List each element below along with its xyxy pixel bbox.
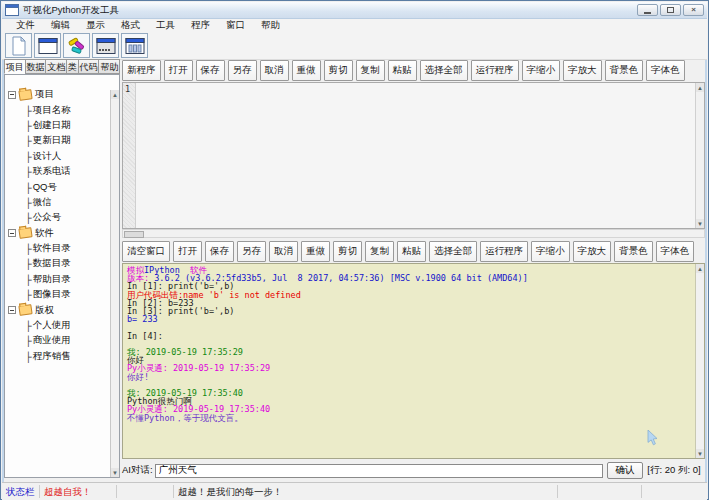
- close-icon: ×: [691, 6, 696, 14]
- line-number: 1: [125, 84, 130, 94]
- font-color-button[interactable]: 字体色: [656, 241, 695, 262]
- tree-item[interactable]: 更新日期: [8, 133, 109, 148]
- project-tree-area[interactable]: 项目项目名称创建日期更新日期设计人联系电话QQ号微信公众号软件软件目录数据目录帮…: [4, 74, 120, 478]
- console-line: In [4]:: [127, 332, 692, 340]
- tree-item[interactable]: 商业使用: [8, 333, 109, 348]
- select-all-button[interactable]: 选择全部: [429, 241, 477, 262]
- tree-item[interactable]: 个人使用: [8, 318, 109, 333]
- tree-item[interactable]: QQ号: [8, 179, 109, 194]
- code-editor[interactable]: 1 ▲ ▼: [122, 82, 705, 229]
- cut-button[interactable]: 剪切: [333, 241, 362, 262]
- run-program-button[interactable]: 运行程序: [480, 241, 528, 262]
- background-color-button[interactable]: 背景色: [614, 241, 653, 262]
- undo-button[interactable]: 取消: [269, 241, 298, 262]
- editor-hscrollbar[interactable]: [122, 229, 705, 238]
- run-program-button[interactable]: 运行程序: [471, 60, 519, 81]
- scroll-up-icon[interactable]: ▲: [696, 83, 704, 92]
- console-text-segment: 我: 2019-05-19 17:35:29: [127, 347, 243, 357]
- scroll-up-icon[interactable]: ▲: [696, 264, 704, 273]
- console-scrollbar[interactable]: ▲ ▼: [695, 264, 704, 458]
- tree-item[interactable]: 项目名称: [8, 102, 109, 117]
- window-tool-button[interactable]: [34, 33, 61, 58]
- select-all-button[interactable]: 选择全部: [420, 60, 468, 81]
- title-bar[interactable]: 可视化Python开发工具 ×: [2, 2, 707, 19]
- open-button[interactable]: 打开: [164, 60, 193, 81]
- markers-tool-button[interactable]: [63, 33, 90, 58]
- menu-help[interactable]: 帮助: [253, 19, 288, 32]
- tree-item[interactable]: 设计人: [8, 149, 109, 164]
- collapse-icon[interactable]: [8, 306, 16, 314]
- open-button[interactable]: 打开: [173, 241, 202, 262]
- tree-item[interactable]: 图像目录: [8, 287, 109, 302]
- console-window-tool-button[interactable]: [92, 33, 119, 58]
- save-button[interactable]: 保存: [196, 60, 225, 81]
- console-toolbar: 清空窗口打开保存另存取消重做剪切复制粘贴选择全部运行程序字缩小字放大背景色字体色: [122, 240, 705, 262]
- menu-view[interactable]: 显示: [78, 19, 113, 32]
- ai-dialog-input[interactable]: [155, 464, 603, 478]
- save-as-button[interactable]: 另存: [228, 60, 257, 81]
- redo-button[interactable]: 重做: [292, 60, 321, 81]
- editor-scrollbar[interactable]: ▲ ▼: [695, 83, 704, 228]
- new-file-tool-button[interactable]: [5, 33, 32, 58]
- collapse-icon[interactable]: [8, 229, 16, 237]
- tree-item[interactable]: 软件目录: [8, 241, 109, 256]
- font-color-button[interactable]: 字体色: [646, 60, 685, 81]
- menu-program[interactable]: 程序: [183, 19, 218, 32]
- tree-item[interactable]: 联系电话: [8, 164, 109, 179]
- tree-node-project[interactable]: 项目: [8, 87, 109, 102]
- tree-item[interactable]: 程序销售: [8, 349, 109, 364]
- scroll-down-icon[interactable]: ▼: [696, 449, 704, 458]
- console-line: 你好!: [127, 373, 692, 381]
- paste-button[interactable]: 粘贴: [388, 60, 417, 81]
- paste-button[interactable]: 粘贴: [397, 241, 426, 262]
- font-smaller-button[interactable]: 字缩小: [522, 60, 561, 81]
- tree-item[interactable]: 数据目录: [8, 256, 109, 271]
- save-as-button[interactable]: 另存: [237, 241, 266, 262]
- new-program-button[interactable]: 新程序: [122, 60, 161, 81]
- ipython-console[interactable]: 模拟IPython 软件版本: 3.6.2 (v3.6.2:5fd33b5, J…: [122, 263, 705, 459]
- tree-node-software[interactable]: 软件: [8, 226, 109, 241]
- tab-class[interactable]: 类: [66, 59, 78, 74]
- menu-tools[interactable]: 工具: [148, 19, 183, 32]
- tab-help[interactable]: 帮助: [98, 59, 120, 74]
- undo-button[interactable]: 取消: [260, 60, 289, 81]
- tab-code[interactable]: 代码: [78, 59, 99, 74]
- cut-button[interactable]: 剪切: [324, 60, 353, 81]
- font-larger-button[interactable]: 字放大: [563, 60, 602, 81]
- console-line: [127, 323, 692, 331]
- tab-data[interactable]: 数据: [25, 59, 46, 74]
- scroll-up-icon[interactable]: ▲: [111, 90, 119, 99]
- window-title: 可视化Python开发工具: [23, 4, 635, 17]
- menu-window[interactable]: 窗口: [218, 19, 253, 32]
- background-color-button[interactable]: 背景色: [605, 60, 644, 81]
- tree-node-copyright[interactable]: 版权: [8, 302, 109, 317]
- table-window-tool-button[interactable]: [121, 33, 148, 58]
- console-line: 我: 2019-05-19 17:35:29: [127, 348, 692, 356]
- tree-item[interactable]: 创建日期: [8, 118, 109, 133]
- menu-file[interactable]: 文件: [8, 19, 43, 32]
- redo-button[interactable]: 重做: [301, 241, 330, 262]
- menu-edit[interactable]: 编辑: [43, 19, 78, 32]
- scroll-down-icon[interactable]: ▼: [111, 468, 119, 477]
- tree-item[interactable]: 公众号: [8, 210, 109, 225]
- tree-scrollbar[interactable]: ▲ ▼: [110, 90, 119, 477]
- save-button[interactable]: 保存: [205, 241, 234, 262]
- minimize-button[interactable]: [637, 4, 658, 16]
- font-smaller-button[interactable]: 字缩小: [531, 241, 570, 262]
- copy-button[interactable]: 复制: [356, 60, 385, 81]
- tree-item[interactable]: 微信: [8, 195, 109, 210]
- font-larger-button[interactable]: 字放大: [573, 241, 612, 262]
- scroll-down-icon[interactable]: ▼: [696, 219, 704, 228]
- console-text-segment: 不懂Python，等于现代文盲。: [127, 413, 243, 423]
- tree-item[interactable]: 帮助目录: [8, 272, 109, 287]
- clear-window-button[interactable]: 清空窗口: [122, 241, 170, 262]
- tab-document[interactable]: 文档: [45, 59, 66, 74]
- copy-button[interactable]: 复制: [365, 241, 394, 262]
- menu-format[interactable]: 格式: [113, 19, 148, 32]
- close-button[interactable]: ×: [683, 4, 704, 16]
- maximize-button[interactable]: [660, 4, 681, 16]
- collapse-icon[interactable]: [8, 91, 16, 99]
- hscroll-thumb[interactable]: [124, 231, 144, 238]
- tab-project[interactable]: 项目: [4, 59, 25, 74]
- confirm-button[interactable]: 确认: [607, 462, 643, 479]
